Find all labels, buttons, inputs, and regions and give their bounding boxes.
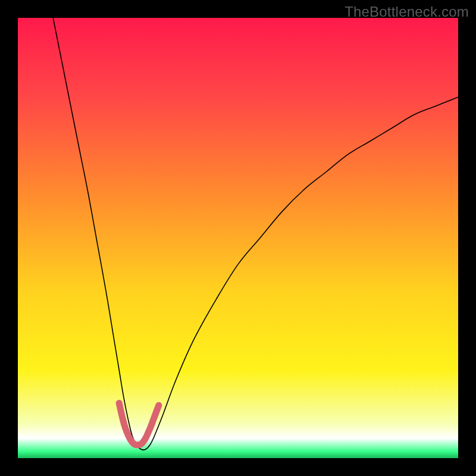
chart-svg bbox=[18, 18, 458, 458]
gradient-background bbox=[18, 18, 458, 458]
plot-area bbox=[18, 18, 458, 458]
chart-container: TheBottleneck.com bbox=[0, 0, 476, 476]
